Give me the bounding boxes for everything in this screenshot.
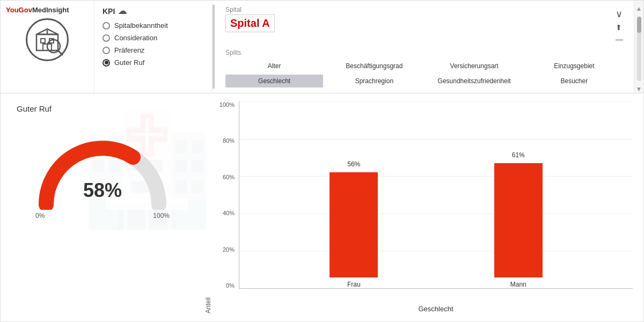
brand-yougov: YouGov bbox=[6, 6, 32, 14]
gauge-labels: 0% 100% bbox=[35, 212, 170, 219]
split-alter[interactable]: Alter bbox=[225, 60, 323, 72]
x-axis-title: Geschlecht bbox=[418, 305, 453, 313]
kpi-radio-group: Spitalbekanntheit Consideration Präferen… bbox=[103, 21, 204, 67]
right-panel: Anteil 100% 80% 60% 40% 20% 0% bbox=[204, 93, 643, 321]
bar-frau: 56% Frau bbox=[330, 172, 378, 288]
gauge-container: 58% 0% 100% bbox=[17, 135, 188, 219]
bars-area: 56% Frau bbox=[239, 101, 633, 289]
radio-guter-ruf bbox=[103, 59, 110, 67]
upload-icon[interactable]: ⬆ bbox=[616, 23, 623, 32]
svg-line-7 bbox=[58, 51, 62, 55]
app-container: YouGovMedInsight KPI bbox=[0, 0, 644, 322]
y-axis-label: Anteil bbox=[204, 101, 212, 313]
kpi-option-consideration[interactable]: Consideration bbox=[103, 34, 204, 42]
kpi-option-praferenz[interactable]: Präferenz bbox=[103, 46, 204, 54]
scroll-down-icon[interactable]: ▼ bbox=[636, 85, 642, 93]
kpi-label: KPI bbox=[103, 7, 115, 16]
scroll-area: ▲ ▼ bbox=[634, 1, 643, 93]
panel-title: Guter Ruf bbox=[17, 104, 188, 113]
split-versicherungsart[interactable]: Versicherungsart bbox=[426, 60, 523, 72]
bar-frau-rect: 56% bbox=[330, 172, 378, 277]
radio-consideration bbox=[103, 34, 110, 42]
sidebar-logo: YouGovMedInsight bbox=[1, 1, 94, 93]
y-tick-0: 0% bbox=[226, 282, 235, 289]
kpi-option-guter-ruf[interactable]: Guter Ruf bbox=[103, 58, 204, 67]
gauge-max-label: 100% bbox=[153, 212, 170, 219]
x-axis-title-container: Geschlecht bbox=[215, 304, 633, 313]
bars-inner: 56% Frau bbox=[239, 101, 633, 288]
split-einzugsgebiet[interactable]: Einzugsgebiet bbox=[525, 60, 623, 72]
scrollbar-thumb[interactable] bbox=[637, 17, 641, 33]
kpi-option-label-2: Präferenz bbox=[114, 46, 144, 54]
spital-section: Spital Spital A ∨ ⬆ — Splits Alt bbox=[215, 1, 634, 93]
y-tick-60: 60% bbox=[223, 174, 235, 180]
spital-name-input[interactable]: Spital A bbox=[225, 14, 275, 32]
brand-name: YouGovMedInsight bbox=[6, 6, 69, 14]
split-beschaeftigungsgrad[interactable]: Beschäftigungsgrad bbox=[325, 60, 423, 72]
main-content: 🏥 Guter Ruf 58% 0% 100% bbox=[1, 93, 643, 321]
chevron-down-icon[interactable]: ∨ bbox=[616, 8, 623, 20]
gauge-percent-label: 58% bbox=[83, 179, 122, 202]
logo-building-svg bbox=[31, 24, 63, 56]
kpi-option-label-1: Consideration bbox=[114, 34, 157, 42]
gauge-wrapper: 58% bbox=[35, 135, 170, 210]
cloud-icon: ☁ bbox=[118, 6, 127, 16]
bar-mann-label: Mann bbox=[510, 281, 526, 288]
spital-label: Spital bbox=[225, 6, 275, 13]
split-gesundheitszufriedenheit[interactable]: Gesundheitszufriedenheit bbox=[426, 75, 523, 87]
spital-name-text: Spital A bbox=[230, 17, 270, 29]
bar-frau-label: Frau bbox=[347, 281, 361, 288]
kpi-title: KPI ☁ bbox=[103, 6, 204, 16]
chart-area: Anteil 100% 80% 60% 40% 20% 0% bbox=[204, 101, 633, 313]
minus-icon[interactable]: — bbox=[616, 35, 623, 43]
bar-frau-value: 56% bbox=[347, 160, 360, 168]
top-bar: YouGovMedInsight KPI bbox=[1, 1, 643, 93]
y-tick-20: 20% bbox=[223, 246, 235, 253]
radio-praferenz bbox=[103, 47, 110, 54]
splits-label: Splits bbox=[225, 49, 623, 56]
y-tick-40: 40% bbox=[223, 210, 235, 216]
splits-grid: Alter Beschäftigungsgrad Versicherungsar… bbox=[225, 60, 623, 87]
split-sprachregion[interactable]: Sprachregion bbox=[325, 75, 423, 87]
y-tick-80: 80% bbox=[223, 137, 235, 144]
y-tick-100: 100% bbox=[219, 101, 235, 108]
svg-rect-1 bbox=[41, 39, 45, 43]
gauge-min-label: 0% bbox=[35, 212, 45, 219]
bar-mann-value: 61% bbox=[512, 151, 525, 159]
kpi-section: KPI ☁ Spitalbekanntheit Consideration Pr… bbox=[94, 1, 213, 93]
split-besucher[interactable]: Besucher bbox=[525, 75, 623, 87]
bar-mann-rect: 61% bbox=[494, 163, 543, 277]
bar-mann: 61% Mann bbox=[494, 163, 543, 288]
split-geschlecht[interactable]: Geschlecht bbox=[225, 75, 323, 87]
left-panel: Guter Ruf 58% 0% 100% bbox=[1, 93, 204, 321]
radio-spitalbekanntheit bbox=[103, 22, 110, 30]
logo-icon bbox=[26, 18, 69, 61]
kpi-option-label-3: Guter Ruf bbox=[114, 58, 144, 67]
y-axis: 100% 80% 60% 40% 20% 0% bbox=[215, 101, 239, 289]
kpi-option-spitalbekanntheit[interactable]: Spitalbekanntheit bbox=[103, 21, 204, 30]
scroll-up-icon[interactable]: ▲ bbox=[636, 5, 642, 12]
kpi-option-label-0: Spitalbekanntheit bbox=[114, 21, 168, 30]
brand-medinsight: MedInsight bbox=[32, 6, 69, 14]
